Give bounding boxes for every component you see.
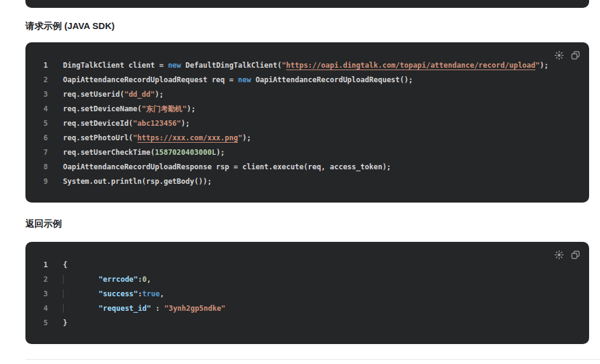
line-number: 2 [25, 272, 63, 287]
line-number: 5 [25, 316, 63, 330]
sun-icon [554, 250, 564, 260]
copy-code-button[interactable] [570, 50, 581, 60]
code-line-content: "request_id" : "3ynh2gp5ndke" [63, 301, 225, 316]
code-line-content: OapiAttendanceRecordUploadResponse rsp =… [63, 160, 391, 174]
code-line-content: req.setDeviceName("东门考勤机"); [63, 102, 196, 116]
theme-toggle-button[interactable] [553, 249, 564, 260]
code-line: 2OapiAttendanceRecordUploadRequest req =… [25, 73, 589, 87]
code-line-content: "success":true, [63, 287, 164, 301]
code-line-content: "errcode":0, [63, 272, 151, 287]
line-number: 1 [25, 258, 63, 272]
code-block-actions [553, 50, 581, 60]
line-number: 3 [25, 287, 63, 301]
code-line-content: req.setUserCheckTime(1587020403000L); [63, 145, 225, 160]
code-line: 3req.setUserid("dd_dd"); [25, 87, 589, 102]
code-line-content: } [63, 316, 67, 330]
line-number: 4 [25, 301, 63, 316]
code-line: 3 "success":true, [25, 287, 589, 301]
copy-code-button[interactable] [570, 249, 581, 260]
code-line: 1{ [25, 258, 589, 272]
code-line: 8OapiAttendanceRecordUploadResponse rsp … [25, 160, 589, 174]
response-example-title: 返回示例 [25, 219, 600, 229]
previous-code-block-bottom [25, 0, 589, 8]
line-number: 5 [25, 116, 63, 131]
code-line: 1DingTalkClient client = new DefaultDing… [25, 58, 589, 73]
code-line: 4 "request_id" : "3ynh2gp5ndke" [25, 301, 589, 316]
code-line: 5req.setDeviceId("abc123456"); [25, 116, 589, 131]
json-code: 1{2 "errcode":0,3 "success":true,4 "requ… [25, 258, 589, 330]
theme-toggle-button[interactable] [553, 50, 564, 60]
code-line-content: { [63, 258, 67, 272]
line-number: 1 [25, 58, 63, 73]
java-code: 1DingTalkClient client = new DefaultDing… [25, 58, 589, 189]
code-line: 4req.setDeviceName("东门考勤机"); [25, 102, 589, 116]
line-number: 2 [25, 73, 63, 87]
code-block-actions [553, 249, 581, 260]
code-line: 9System.out.println(rsp.getBody()); [25, 174, 589, 189]
request-code-block: 1DingTalkClient client = new DefaultDing… [25, 42, 589, 203]
code-line-content: req.setUserid("dd_dd"); [63, 87, 163, 102]
section-divider [25, 359, 600, 360]
line-number: 7 [25, 145, 63, 160]
line-number: 6 [25, 131, 63, 145]
code-line-content: System.out.println(rsp.getBody()); [63, 174, 212, 189]
code-line-content: DingTalkClient client = new DefaultDingT… [63, 58, 549, 73]
copy-icon [570, 250, 581, 260]
code-line-content: req.setPhotoUrl("https://xxx.com/xxx.png… [63, 131, 251, 145]
api-docs-page: 请求示例 (JAVA SDK) [0, 0, 600, 364]
code-line: 6req.setPhotoUrl("https://xxx.com/xxx.pn… [25, 131, 589, 145]
line-number: 9 [25, 174, 63, 189]
line-number: 4 [25, 102, 63, 116]
request-example-title: 请求示例 (JAVA SDK) [25, 21, 600, 31]
sun-icon [554, 50, 564, 60]
code-line: 5} [25, 316, 589, 330]
code-line-content: OapiAttendanceRecordUploadRequest req = … [63, 73, 413, 87]
code-line: 7req.setUserCheckTime(1587020403000L); [25, 145, 589, 160]
response-code-block: 1{2 "errcode":0,3 "success":true,4 "requ… [25, 242, 589, 344]
copy-icon [570, 50, 581, 60]
line-number: 3 [25, 87, 63, 102]
line-number: 8 [25, 160, 63, 174]
code-line-content: req.setDeviceId("abc123456"); [63, 116, 190, 131]
code-line: 2 "errcode":0, [25, 272, 589, 287]
